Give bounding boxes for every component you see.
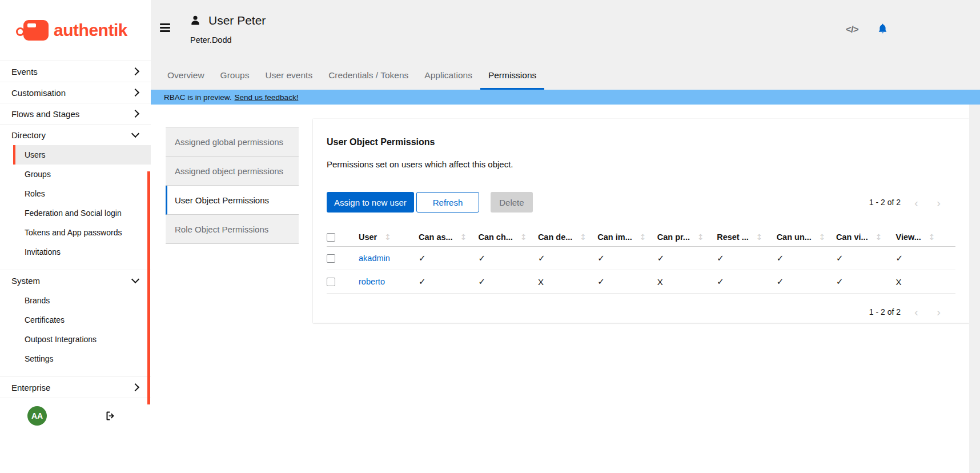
subtab-user-object-permissions[interactable]: User Object Permissions <box>166 186 299 215</box>
tab-label: Groups <box>220 70 250 81</box>
sort-icon[interactable]: ↕ <box>384 233 391 242</box>
permission-subtabs: Assigned global permissions Assigned obj… <box>166 127 299 244</box>
hamburger-menu-icon[interactable] <box>160 23 170 34</box>
tab-label: Overview <box>167 70 204 81</box>
perm-value: ✓ <box>597 253 605 263</box>
sort-icon[interactable]: ↕ <box>756 233 763 242</box>
pagination-prev-icon[interactable]: ‹ <box>914 197 918 209</box>
logout-icon[interactable] <box>105 410 117 422</box>
table-row: akadmin ✓ ✓ ✓ ✓ ✓ ✓ ✓ ✓ ✓ <box>327 247 955 270</box>
tab-credentials-tokens[interactable]: Credentials / Tokens <box>320 61 416 90</box>
sidebar-item-label: System <box>11 276 40 286</box>
sidebar-item-flows-and-stages[interactable]: Flows and Stages <box>0 103 151 124</box>
column-header-can-impersonate: Can im...↕ <box>597 228 657 247</box>
perm-value: X <box>657 277 663 287</box>
pagination-next-icon[interactable]: › <box>937 197 941 209</box>
refresh-button[interactable]: Refresh <box>416 192 480 213</box>
subtab-label: Role Object Permissions <box>175 225 268 234</box>
sidebar-item-enterprise[interactable]: Enterprise <box>0 376 151 398</box>
sidebar-item-label: Brands <box>25 296 50 305</box>
tab-groups[interactable]: Groups <box>212 61 258 90</box>
sidebar-item-federation[interactable]: Federation and Social login <box>13 203 151 223</box>
assign-to-new-user-button[interactable]: Assign to new user <box>327 192 414 213</box>
tab-permissions[interactable]: Permissions <box>480 61 544 90</box>
sort-icon[interactable]: ↕ <box>580 233 587 242</box>
sort-icon[interactable]: ↕ <box>520 233 527 242</box>
tab-user-events[interactable]: User events <box>257 61 320 90</box>
row-checkbox[interactable] <box>327 254 335 263</box>
table-header-row: User↕ Can as...↕ Can ch...↕ Can de...↕ C… <box>327 228 955 247</box>
sort-icon[interactable]: ↕ <box>697 233 704 242</box>
authentik-logo-text: authentik <box>54 21 127 40</box>
sidebar-item-label: Directory <box>11 130 46 140</box>
api-code-icon[interactable]: </> <box>846 24 858 35</box>
rbac-preview-banner: RBAC is in preview. Send us feedback! <box>151 90 980 105</box>
sidebar-item-customisation[interactable]: Customisation <box>0 82 151 103</box>
sidebar-item-users[interactable]: Users <box>13 145 151 165</box>
row-checkbox[interactable] <box>327 278 335 286</box>
subtab-assigned-object-permissions[interactable]: Assigned object permissions <box>166 157 299 186</box>
tab-applications[interactable]: Applications <box>416 61 480 90</box>
perm-value: ✓ <box>538 253 545 263</box>
sidebar-item-directory[interactable]: Directory <box>0 124 151 145</box>
pagination-prev-icon[interactable]: ‹ <box>914 306 918 318</box>
user-link[interactable]: roberto <box>359 277 385 286</box>
subtab-assigned-global-permissions[interactable]: Assigned global permissions <box>166 127 299 157</box>
authentik-logo[interactable]: authentik <box>0 0 151 61</box>
sidebar-item-label: Events <box>11 67 38 77</box>
chevron-down-icon <box>131 130 139 138</box>
perm-value: ✓ <box>419 276 426 286</box>
pagination-label: 1 - 2 of 2 <box>869 198 901 207</box>
sidebar: authentik Events Customisation Flows and… <box>0 0 151 473</box>
sidebar-item-events[interactable]: Events <box>0 61 151 82</box>
column-header-can-delete: Can de...↕ <box>538 228 597 247</box>
subtab-role-object-permissions[interactable]: Role Object Permissions <box>166 215 299 244</box>
app-window: authentik Events Customisation Flows and… <box>0 0 980 473</box>
chevron-right-icon <box>131 110 139 118</box>
feedback-link[interactable]: Send us feedback! <box>235 93 299 102</box>
sort-icon[interactable]: ↕ <box>929 233 935 242</box>
perm-value: X <box>538 277 544 287</box>
page-subtitle: Peter.Dodd <box>190 35 232 45</box>
select-all-checkbox[interactable] <box>327 233 335 242</box>
delete-button[interactable]: Delete <box>491 192 532 213</box>
perm-value: ✓ <box>478 253 485 263</box>
chevron-down-icon <box>131 275 139 283</box>
perm-value: ✓ <box>657 253 665 263</box>
page-scrollbar[interactable] <box>969 105 980 473</box>
column-header-can-change: Can ch...↕ <box>478 228 537 247</box>
tab-bar: Overview Groups User events Credentials … <box>151 61 544 90</box>
card-title: User Object Permissions <box>327 137 955 147</box>
page-header: User Peter Peter.Dodd </> Overview Group… <box>151 0 980 90</box>
sidebar-item-settings[interactable]: Settings <box>13 349 151 368</box>
sidebar-item-tokens[interactable]: Tokens and App passwords <box>13 223 151 242</box>
column-header-reset: Reset ...↕ <box>717 228 776 247</box>
sidebar-item-brands[interactable]: Brands <box>13 291 151 310</box>
sidebar-item-invitations[interactable]: Invitations <box>13 242 151 262</box>
sort-icon[interactable]: ↕ <box>819 233 826 242</box>
tab-label: Applications <box>424 70 472 81</box>
perm-value: ✓ <box>478 276 485 286</box>
sidebar-item-label: Outpost Integrations <box>25 335 97 344</box>
sidebar-item-system[interactable]: System <box>0 270 151 291</box>
sort-icon[interactable]: ↕ <box>640 233 646 242</box>
sort-icon[interactable]: ↕ <box>875 233 882 242</box>
sidebar-item-label: Groups <box>25 170 51 179</box>
pagination-next-icon[interactable]: › <box>937 306 941 318</box>
user-link[interactable]: akadmin <box>359 254 390 263</box>
sidebar-scrollbar[interactable] <box>147 171 150 404</box>
sidebar-item-groups[interactable]: Groups <box>13 165 151 184</box>
perm-value: ✓ <box>896 253 903 263</box>
sidebar-item-certificates[interactable]: Certificates <box>13 310 151 330</box>
pagination-bottom: 1 - 2 of 2 ‹ › <box>869 306 941 318</box>
tab-overview[interactable]: Overview <box>159 61 212 90</box>
notifications-bell-icon[interactable] <box>877 23 889 37</box>
sidebar-item-roles[interactable]: Roles <box>13 184 151 203</box>
column-header-user: User↕ <box>359 228 419 247</box>
sidebar-item-label: Customisation <box>11 88 66 98</box>
sort-icon[interactable]: ↕ <box>460 233 467 242</box>
avatar[interactable]: AA <box>27 406 47 426</box>
perm-value: ✓ <box>717 253 724 263</box>
sidebar-item-outpost-integrations[interactable]: Outpost Integrations <box>13 330 151 349</box>
sidebar-item-label: Invitations <box>25 247 61 256</box>
